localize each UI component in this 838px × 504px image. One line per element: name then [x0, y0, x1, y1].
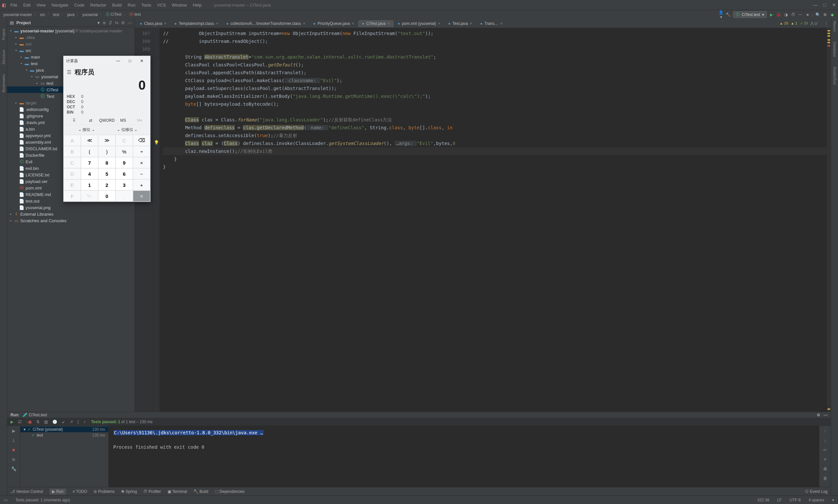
menu-vcs[interactable]: VCS	[155, 2, 168, 8]
menu-refactor[interactable]: Refactor	[88, 2, 109, 8]
line-separator[interactable]: LF	[777, 498, 782, 502]
calc-key[interactable]: +	[133, 179, 150, 191]
menu-navigate[interactable]: Navigate	[49, 2, 71, 8]
run-config-name[interactable]: 🧪 CiTest.test	[22, 413, 47, 417]
window-maximize-icon[interactable]: □	[824, 2, 826, 7]
calc-key[interactable]: ≪	[81, 135, 98, 146]
run-pin-icon[interactable]: 🔧	[11, 466, 16, 471]
scroll-to-end-icon[interactable]: ≡	[824, 457, 826, 462]
menu-edit[interactable]: Edit	[21, 2, 33, 8]
editor-tab[interactable]: ●Class.java×	[136, 20, 170, 27]
indent-info[interactable]: 4 spaces	[808, 498, 824, 502]
calc-m-dropdown[interactable]: M▾	[131, 118, 148, 123]
caret-position[interactable]: 322:38	[757, 498, 769, 502]
collapse-all-icon[interactable]: ⇆	[115, 20, 119, 25]
run-layout-icon[interactable]: ≣	[12, 457, 15, 462]
run-icon[interactable]: ▶	[769, 13, 774, 17]
crumb-class[interactable]: Ⓒ CiTest	[106, 12, 122, 17]
calc-key[interactable]: %	[115, 146, 133, 157]
filter-icon[interactable]: ▤	[44, 419, 48, 424]
profile-icon[interactable]: ⏱	[790, 13, 796, 17]
calc-key[interactable]: 2	[98, 179, 115, 191]
calc-ms[interactable]: MS	[115, 118, 131, 123]
calc-key[interactable]: A	[64, 135, 81, 146]
calc-key[interactable]: 3	[115, 179, 133, 191]
toggle-auto-test-icon[interactable]: ☑	[18, 419, 22, 424]
rerun-icon[interactable]: ▶	[11, 419, 14, 424]
toolwin-maven[interactable]: Maven	[833, 21, 837, 32]
calc-key[interactable]: B	[64, 146, 81, 157]
close-tab-icon[interactable]: ×	[438, 21, 440, 26]
spring-tool[interactable]: ❃ Spring	[121, 489, 137, 494]
console-down-icon[interactable]: ↓	[824, 438, 826, 443]
calc-key[interactable]: ×	[133, 157, 150, 168]
clear-icon[interactable]: 🗑	[823, 476, 827, 481]
settings-icon[interactable]: ⚙	[822, 13, 827, 17]
run-console[interactable]: C:\Users\91136\.jdks\corretto-1.8.0_332\…	[109, 426, 819, 487]
more-run-icon[interactable]: ⋯	[798, 13, 803, 17]
menu-build[interactable]: Build	[110, 2, 124, 8]
terminal-tool[interactable]: ▣ Terminal	[167, 489, 187, 494]
calc-key[interactable]: 1	[81, 179, 98, 191]
file-encoding[interactable]: UTF-8	[789, 498, 801, 502]
error-stripe[interactable]	[827, 28, 831, 412]
git-branch[interactable]: ▾	[832, 498, 834, 502]
run-stop-side-icon[interactable]: ■	[13, 447, 15, 452]
project-view-title[interactable]: Project	[16, 20, 95, 25]
stop-tests-icon[interactable]: ↓▣	[26, 419, 32, 424]
calc-key[interactable]: (	[81, 146, 98, 157]
calc-key[interactable]: 0	[98, 191, 115, 202]
debug-icon[interactable]: 🐞	[776, 13, 781, 17]
vcs-tool[interactable]: ⎇ Version Control	[11, 489, 43, 494]
editor-content[interactable]: // ObjectInputStream inputStream=new Obj…	[160, 28, 827, 412]
calc-maximize-icon[interactable]: □	[124, 58, 136, 63]
tree-node[interactable]: ▾▬ysoserial-master [ysoserial] F:\code\y…	[7, 28, 135, 34]
event-log-tool[interactable]: 🗨 Event Log	[805, 489, 827, 494]
calc-key[interactable]: 5	[98, 168, 115, 179]
toolwin-structure[interactable]: Structure	[2, 50, 5, 65]
plugins-icon[interactable]: ◆	[830, 13, 835, 17]
menu-run[interactable]: Run	[125, 2, 138, 8]
test-tree[interactable]: ▾✓CiTest (ysoserial)130 ms✓test130 ms	[20, 426, 109, 487]
window-close-icon[interactable]: ✕	[832, 2, 836, 7]
calc-key[interactable]: 8	[98, 157, 115, 168]
toolwin-database[interactable]: Database	[833, 41, 837, 57]
calc-menu-icon[interactable]: ☰	[67, 69, 71, 75]
import-icon[interactable]: ↗	[70, 419, 73, 424]
close-tab-icon[interactable]: ×	[500, 21, 502, 26]
menu-view[interactable]: View	[34, 2, 48, 8]
toolwin-restful[interactable]: RestfulTool	[833, 67, 837, 85]
calc-key[interactable]: 4	[81, 168, 98, 179]
select-opened-file-icon[interactable]: ⊕	[103, 20, 106, 25]
calc-key[interactable]: 6	[115, 168, 133, 179]
calc-word-size[interactable]: QWORD	[99, 118, 115, 123]
build-hammer-icon[interactable]: 🔨	[726, 13, 731, 17]
export-icon[interactable]: ↙	[62, 419, 65, 424]
tree-node[interactable]: ▸▬out	[7, 40, 135, 47]
calculator-window[interactable]: 计算器 — □ ✕ ☰ 程序员 0 HEX0 DEC0 OCT0 BIN0 ⠿ …	[63, 56, 150, 202]
run-debug-icon[interactable]: ⤓	[12, 438, 15, 443]
stop-icon[interactable]: ■	[805, 13, 810, 17]
history-icon[interactable]: 🕘	[52, 419, 57, 424]
calc-key[interactable]: ⁺∕₋	[81, 191, 98, 202]
close-tab-icon[interactable]: ×	[352, 21, 354, 26]
expand-all-icon[interactable]: ⇵	[109, 20, 112, 25]
menu-tools[interactable]: Tools	[139, 2, 154, 8]
user-icon[interactable]: 👤▾	[718, 10, 724, 19]
calc-minimize-icon[interactable]: —	[112, 58, 124, 63]
soft-wrap-icon[interactable]: ↩	[823, 447, 827, 452]
calc-key[interactable]: D	[64, 168, 81, 179]
tabs-more-icon[interactable]: ⋮	[821, 21, 831, 26]
build-tool[interactable]: 🔨 Build	[194, 489, 208, 494]
calc-bittoggle-icon[interactable]: ⇄	[83, 118, 99, 123]
calc-key[interactable]: 7	[81, 157, 98, 168]
toolwin-bookmarks[interactable]: Bookmarks	[2, 74, 5, 92]
tree-node[interactable]: ▾▬src	[7, 47, 135, 54]
calc-key[interactable]: −	[133, 168, 150, 179]
hide-icon[interactable]: —	[128, 20, 132, 25]
crumb-method[interactable]: ⓜ test	[129, 12, 141, 17]
calc-key[interactable]: .	[115, 191, 133, 202]
close-tab-icon[interactable]: ×	[303, 21, 305, 26]
calc-key[interactable]: C	[115, 135, 133, 146]
editor-tab[interactable]: ●CiTest.java×	[358, 20, 393, 27]
